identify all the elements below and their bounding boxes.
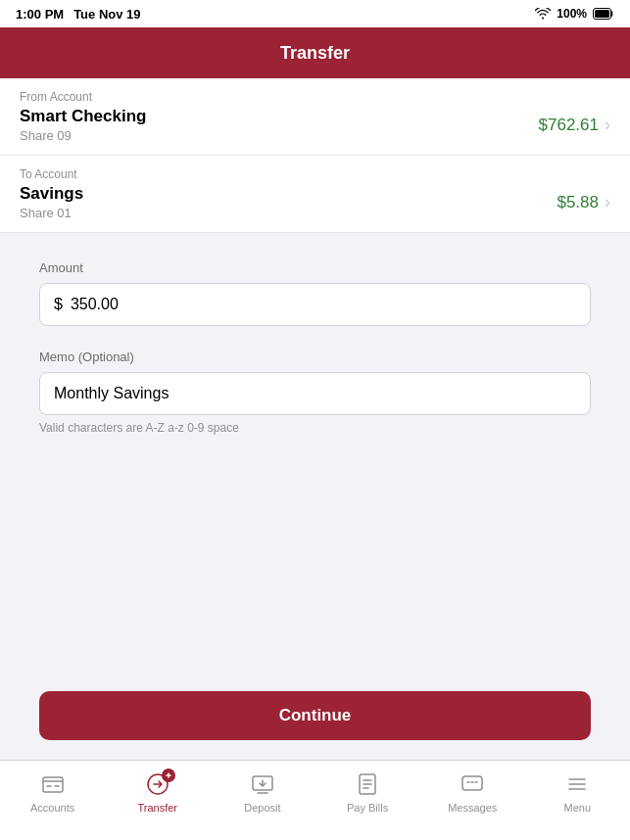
status-time: 1:00 PM — [16, 7, 64, 22]
from-account-chevron-icon: › — [605, 115, 610, 135]
from-account-name: Smart Checking — [20, 107, 146, 126]
status-date: Tue Nov 19 — [73, 7, 140, 22]
from-account-share: Share 09 — [20, 128, 146, 143]
nav-item-pay-bills[interactable]: Pay Bills — [328, 770, 407, 814]
nav-pay-bills-label: Pay Bills — [347, 802, 388, 814]
bottom-nav: Accounts Transfer — [0, 760, 630, 840]
to-account-share: Share 01 — [20, 206, 83, 220]
amount-input[interactable] — [71, 296, 576, 313]
to-account-name: Savings — [20, 184, 83, 204]
nav-item-accounts[interactable]: Accounts — [14, 770, 92, 814]
amount-label: Amount — [39, 260, 591, 275]
svg-rect-2 — [43, 777, 63, 792]
nav-transfer-label: Transfer — [137, 802, 177, 814]
nav-menu-label: Menu — [564, 802, 592, 814]
transfer-icon — [144, 770, 171, 798]
status-battery: 100% — [557, 7, 587, 21]
from-account-label: From Account — [20, 90, 610, 104]
page-title: Transfer — [280, 43, 350, 64]
nav-messages-label: Messages — [448, 802, 497, 814]
accounts-icon — [39, 770, 67, 798]
svg-rect-1 — [595, 10, 609, 18]
nav-item-deposit[interactable]: Deposit — [223, 770, 302, 814]
accounts-section: From Account Smart Checking Share 09 $76… — [0, 78, 630, 233]
pay-bills-icon — [354, 770, 381, 798]
battery-icon — [593, 8, 614, 20]
memo-label: Memo (Optional) — [39, 350, 591, 364]
nav-deposit-label: Deposit — [244, 802, 280, 814]
page-header: Transfer — [0, 27, 630, 78]
to-account-row[interactable]: To Account Savings Share 01 $5.88 › — [0, 156, 630, 233]
messages-icon — [459, 770, 486, 798]
from-account-balance: $762.61 — [539, 116, 599, 135]
status-bar: 1:00 PM Tue Nov 19 100% — [0, 0, 630, 27]
transfer-form: Amount $ Memo (Optional) Valid character… — [0, 233, 630, 486]
nav-accounts-label: Accounts — [30, 802, 74, 814]
nav-item-transfer[interactable]: Transfer — [119, 770, 197, 814]
memo-hint: Valid characters are A-Z a-z 0-9 space — [39, 421, 591, 435]
memo-group: Memo (Optional) Valid characters are A-Z… — [39, 350, 591, 435]
to-account-chevron-icon: › — [605, 192, 610, 212]
from-account-row[interactable]: From Account Smart Checking Share 09 $76… — [0, 78, 630, 156]
memo-input[interactable] — [54, 385, 576, 402]
menu-icon — [563, 770, 591, 798]
continue-button[interactable]: Continue — [39, 691, 591, 740]
amount-prefix: $ — [54, 296, 63, 313]
to-account-label: To Account — [20, 167, 610, 181]
amount-group: Amount $ — [39, 260, 591, 326]
continue-button-section: Continue — [0, 691, 630, 760]
deposit-icon — [249, 770, 276, 798]
memo-input-wrapper — [39, 372, 591, 415]
svg-rect-6 — [462, 776, 482, 790]
nav-item-menu[interactable]: Menu — [538, 770, 616, 814]
nav-item-messages[interactable]: Messages — [433, 770, 511, 814]
amount-input-wrapper: $ — [39, 283, 591, 326]
wifi-icon — [535, 8, 551, 20]
to-account-balance: $5.88 — [557, 193, 599, 212]
